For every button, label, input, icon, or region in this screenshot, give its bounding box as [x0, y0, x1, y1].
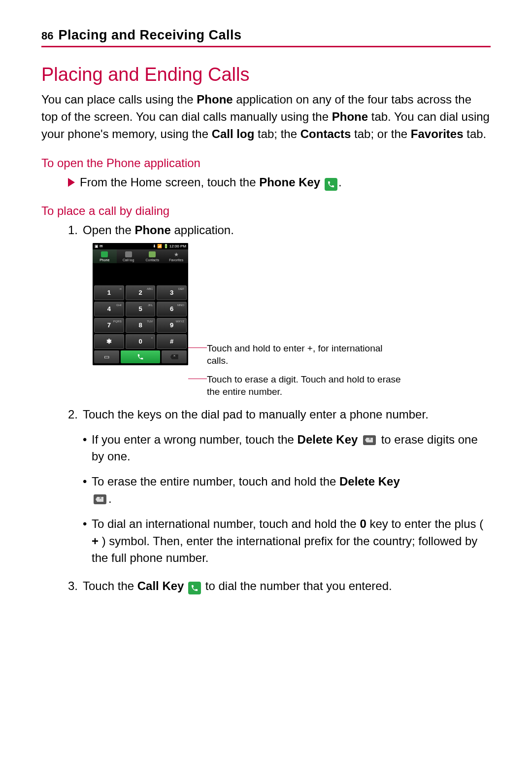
key-7[interactable]: 7PQRS	[94, 318, 124, 333]
text: key to enter the plus (	[366, 517, 483, 530]
text: .	[108, 492, 112, 505]
bold: 0	[360, 517, 366, 530]
key-hash[interactable]: #	[157, 334, 187, 349]
bold: Contacts	[300, 127, 351, 140]
key-8[interactable]: 8TUV	[126, 318, 156, 333]
text: To erase the entire number, touch and ho…	[92, 475, 339, 488]
key-5[interactable]: 5JKL	[126, 302, 156, 316]
tab-label: Call log	[123, 258, 134, 262]
delete-key-icon	[94, 494, 106, 504]
leader-line-icon	[188, 348, 207, 348]
key-sub: GHI	[116, 304, 122, 307]
key-sub: TUV	[147, 320, 153, 323]
status-left: ▣ ✉	[95, 244, 103, 248]
key-sub: ABC	[147, 287, 153, 290]
key-sub: WXYZ	[176, 320, 184, 323]
step-text: Touch the keys on the dial pad to manual…	[83, 406, 491, 423]
status-right: ⬇ 📶 🔋 12:00 PM	[153, 244, 186, 248]
tab-favorites[interactable]: ★Favorites	[165, 249, 189, 263]
list-icon	[125, 251, 132, 257]
key-digit: 6	[170, 305, 173, 313]
bullet-icon: •	[83, 473, 92, 508]
key-0[interactable]: 0+	[126, 334, 156, 349]
contacts-icon	[149, 251, 156, 257]
text: To dial an international number, touch a…	[92, 517, 360, 530]
key-4[interactable]: 4GHI	[94, 302, 124, 316]
bold: Favorites	[411, 127, 464, 140]
key-sub: DEF	[178, 287, 184, 290]
call-button[interactable]	[121, 350, 161, 363]
key-digit: ✱	[106, 338, 112, 345]
key-1[interactable]: 1∞	[94, 285, 124, 300]
callout-plus: Touch and hold to enter +, for internati…	[207, 343, 404, 367]
bold: Phone	[332, 110, 368, 123]
subsection-title-open-phone: To open the Phone application	[41, 156, 491, 170]
phone-screenshot-figure: ▣ ✉ ⬇ 📶 🔋 12:00 PM Phone Call log Contac…	[93, 243, 491, 398]
delete-key-icon	[363, 435, 376, 445]
key-9[interactable]: 9WXYZ	[157, 318, 187, 333]
tab-label: Contacts	[145, 258, 159, 262]
key-6[interactable]: 6MNO	[157, 302, 187, 316]
text: application.	[171, 223, 234, 237]
text: tab; the	[254, 127, 300, 140]
key-sub: MNO	[177, 304, 184, 307]
delete-button[interactable]	[162, 350, 187, 363]
key-digit: 4	[107, 305, 111, 313]
number-display	[93, 263, 188, 284]
key-star[interactable]: ✱	[94, 334, 124, 349]
key-digit: #	[170, 338, 173, 345]
key-digit: 9	[170, 321, 173, 329]
page-header: 86 Placing and Receiving Calls	[41, 28, 491, 47]
callout-text: Touch and hold to enter +, for internati…	[207, 343, 383, 366]
key-2[interactable]: 2ABC	[126, 285, 156, 300]
backspace-icon	[170, 354, 178, 359]
key-digit: 3	[170, 289, 173, 296]
section-title: Placing and Ending Calls	[41, 64, 491, 85]
remaining-steps: 2. Touch the keys on the dial pad to man…	[68, 406, 491, 595]
bold: Delete Key	[339, 475, 400, 488]
key-digit: 0	[138, 338, 142, 345]
bullet-icon: •	[83, 516, 92, 567]
tab-contacts[interactable]: Contacts	[140, 249, 165, 263]
leader-line-icon	[188, 379, 207, 379]
phone-key-icon	[325, 178, 337, 191]
text: Touch the	[83, 579, 137, 592]
intro-paragraph: You can place calls using the Phone appl…	[41, 91, 491, 142]
callout-delete: Touch to erase a digit. Touch and hold t…	[207, 374, 404, 398]
phone-icon	[101, 251, 108, 257]
text: Open the	[83, 223, 134, 237]
key-digit: 7	[107, 321, 111, 329]
action-row: ▭	[93, 350, 188, 365]
tab-label: Phone	[100, 258, 109, 262]
bold: Phone	[134, 223, 170, 237]
key-digit: 1	[107, 289, 111, 296]
tab-call-log[interactable]: Call log	[117, 249, 141, 263]
chapter-title: Placing and Receiving Calls	[58, 28, 241, 43]
place-call-steps: 1. Open the Phone application.	[68, 222, 491, 239]
text: to dial the number that you entered.	[205, 579, 392, 592]
key-digit: 2	[138, 289, 142, 296]
tab-phone[interactable]: Phone	[93, 249, 117, 263]
bold: Delete Key	[298, 433, 358, 446]
text: You can place calls using the	[41, 93, 197, 106]
star-icon: ★	[173, 251, 180, 257]
key-3[interactable]: 3DEF	[157, 285, 187, 300]
bullet-icon: •	[83, 431, 92, 466]
text: ) symbol. Then, enter the international …	[92, 534, 477, 565]
bold: Call Key	[137, 579, 184, 592]
page-number: 86	[41, 30, 53, 42]
dial-keypad: 1∞ 2ABC 3DEF 4GHI 5JKL 6MNO 7PQRS 8TUV 9…	[93, 284, 188, 350]
text: .	[338, 175, 342, 189]
subsection-title-place-call: To place a call by dialing	[41, 204, 491, 218]
text: tab.	[464, 127, 487, 140]
text: From the Home screen, touch the	[80, 175, 259, 189]
call-key-icon	[188, 582, 201, 594]
tab-label: Favorites	[169, 258, 183, 262]
key-digit: 8	[138, 321, 142, 329]
voicemail-button[interactable]: ▭	[94, 350, 119, 363]
manual-page: 86 Placing and Receiving Calls Placing a…	[0, 0, 532, 765]
phone-mockup: ▣ ✉ ⬇ 📶 🔋 12:00 PM Phone Call log Contac…	[93, 243, 188, 365]
play-triangle-icon	[68, 178, 75, 187]
bold: +	[92, 534, 99, 548]
figure-callouts: Touch and hold to enter +, for internati…	[207, 243, 404, 398]
